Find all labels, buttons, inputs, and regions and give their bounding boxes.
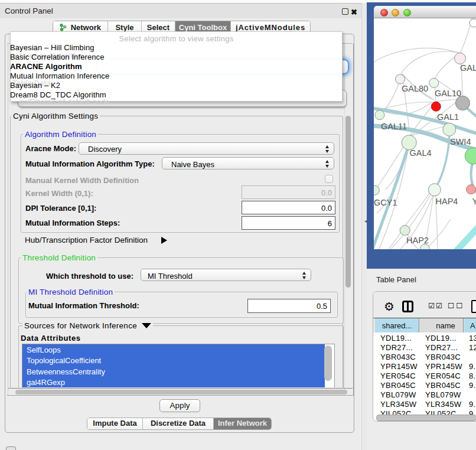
svg-text:HAP4: HAP4 bbox=[436, 197, 458, 206]
svg-text:GAL1: GAL1 bbox=[437, 112, 459, 122]
svg-text:GAL10: GAL10 bbox=[435, 89, 461, 98]
svg-text:SWI4: SWI4 bbox=[450, 137, 471, 146]
svg-text:HAP2: HAP2 bbox=[406, 236, 429, 245]
svg-text:GAL7: GAL7 bbox=[460, 63, 476, 73]
svg-text:GAL11: GAL11 bbox=[381, 122, 407, 131]
svg-text:GAL4: GAL4 bbox=[410, 148, 432, 158]
svg-text:GCY1: GCY1 bbox=[374, 198, 397, 207]
svg-text:Y: Y bbox=[472, 197, 476, 206]
svg-text:GAL80: GAL80 bbox=[402, 84, 428, 93]
